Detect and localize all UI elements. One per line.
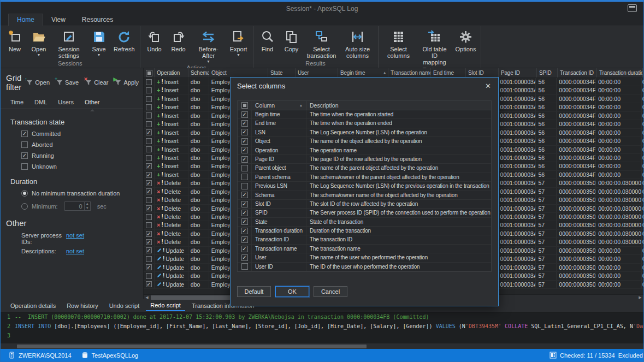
option-checkbox[interactable] (241, 218, 248, 225)
column-header-operation[interactable]: Operation (155, 68, 188, 78)
row-checkbox[interactable] (146, 222, 152, 228)
session-settings-button[interactable]: Session settings (51, 28, 87, 59)
filter-tab-time[interactable]: Time (5, 97, 29, 109)
column-header-page-id[interactable]: Page ID (499, 68, 537, 78)
row-select-cell[interactable] (144, 146, 155, 153)
option-checkbox[interactable] (241, 246, 248, 252)
minimum-seconds-stepper[interactable]: 0▲▼ (64, 201, 91, 211)
column-option-row[interactable]: SchemaThe schema/owner name of the objec… (238, 191, 491, 200)
column-header-end-time[interactable]: End time (431, 68, 466, 78)
option-checkbox-cell[interactable] (238, 137, 252, 145)
select-all-checkbox-cell[interactable] (238, 101, 252, 110)
ok-button[interactable]: OK (275, 286, 309, 297)
option-checkbox-cell[interactable] (238, 263, 252, 271)
default-button[interactable]: Default (237, 286, 271, 297)
descriptions-link[interactable]: not set (66, 248, 84, 254)
row-select-cell[interactable] (144, 179, 155, 187)
row-select-cell[interactable] (144, 272, 155, 280)
column-option-row[interactable]: LSNThe Log Sequence Number (LSN) of the … (238, 128, 491, 137)
new-button[interactable]: New (3, 28, 27, 52)
select-all-checkbox[interactable] (146, 70, 152, 76)
row-checkbox[interactable] (146, 256, 152, 262)
row-select-cell[interactable] (144, 86, 155, 94)
column-option-row[interactable]: End timeThe time when the operation ende… (238, 119, 491, 128)
filter-clear-button[interactable]: ✕Clear (85, 79, 108, 86)
column-header-schema[interactable]: Schema (188, 68, 209, 78)
column-option-row[interactable]: SPIDThe Server process ID (SPID) of the … (238, 209, 491, 217)
column-option-row[interactable]: User IDThe ID of the user who performed … (238, 263, 491, 271)
ribbon-display-options-icon[interactable] (628, 4, 637, 12)
option-checkbox-cell[interactable] (238, 173, 252, 181)
row-checkbox[interactable] (146, 205, 152, 211)
column-option-row[interactable]: Transaction durationDuration of the tran… (238, 227, 491, 235)
row-select-cell[interactable] (144, 162, 155, 170)
radio-icon[interactable] (21, 190, 28, 197)
row-checkbox[interactable] (146, 87, 152, 93)
column-header-transaction-name[interactable]: Transaction name (388, 68, 431, 78)
row-select-cell[interactable] (144, 188, 155, 195)
tab-operation-details[interactable]: Operation details (6, 301, 60, 311)
redo-button[interactable]: Redo (167, 28, 191, 52)
select-columns-button[interactable]: Select columns (381, 28, 417, 59)
option-checkbox-cell[interactable] (238, 191, 252, 199)
row-select-cell[interactable] (144, 112, 155, 120)
filter-tab-other[interactable]: Other (79, 97, 105, 109)
option-checkbox[interactable] (241, 147, 248, 153)
column-header-state[interactable]: State (268, 68, 296, 78)
refresh-button[interactable]: Refresh (111, 28, 138, 52)
row-select-cell[interactable] (144, 137, 155, 145)
row-select-cell[interactable] (144, 247, 155, 254)
filter-tab-users[interactable]: Users (52, 97, 79, 109)
row-checkbox[interactable] (146, 214, 152, 220)
old-table-id-mapping-button[interactable]: Old table ID mapping (417, 28, 453, 66)
tab-row-history[interactable]: Row history (62, 301, 102, 311)
chevron-down-icon[interactable]: ▼ (97, 53, 101, 57)
option-checkbox-cell[interactable] (238, 235, 252, 244)
checkbox-icon[interactable] (21, 130, 28, 137)
option-checkbox-cell[interactable] (238, 128, 252, 137)
row-checkbox[interactable] (146, 247, 152, 253)
option-checkbox[interactable] (241, 138, 248, 145)
column-option-row[interactable]: Parent schemaThe schema/owner of the par… (238, 173, 491, 182)
chevron-down-icon[interactable]: ▼ (237, 53, 240, 57)
database-status-item[interactable]: TestApexSQLLog (81, 352, 139, 359)
option-checkbox[interactable] (241, 156, 248, 163)
column-option-row[interactable]: UserThe name of the user who performed t… (238, 253, 491, 262)
committed-checkbox-row[interactable]: Committed (21, 130, 143, 137)
options-button[interactable]: Options (453, 28, 479, 52)
option-checkbox-cell[interactable] (238, 218, 252, 226)
row-select-cell[interactable] (144, 230, 155, 238)
column-header-spid[interactable]: SPID (537, 68, 558, 78)
editor-scrollbar-thumb[interactable] (17, 345, 367, 348)
row-checkbox[interactable] (146, 231, 152, 237)
tab-undo-script[interactable]: Undo script (105, 301, 144, 311)
server-status-item[interactable]: ZWERKA\SQL2014 (8, 352, 72, 359)
row-select-cell[interactable] (144, 255, 155, 263)
running-checkbox-row[interactable]: Running (21, 152, 143, 159)
cancel-button[interactable]: Cancel (314, 286, 347, 297)
column-header-transaction-id[interactable]: Transaction ID (558, 68, 597, 78)
select-transaction-button[interactable]: Select transaction (304, 28, 340, 59)
row-checkbox[interactable] (146, 281, 152, 287)
row-checkbox[interactable] (146, 79, 152, 85)
copy-button[interactable]: Copy (280, 28, 304, 52)
column-option-row[interactable]: ObjectThe name of the object affected by… (238, 137, 491, 146)
option-checkbox[interactable] (241, 120, 248, 127)
open-button[interactable]: Open▼ (27, 28, 51, 57)
row-select-cell[interactable] (144, 103, 155, 111)
select-all-cell[interactable] (144, 68, 155, 78)
row-checkbox[interactable] (146, 239, 152, 245)
column-header-object[interactable]: Object (209, 68, 268, 78)
option-checkbox[interactable] (241, 183, 248, 189)
row-checkbox[interactable] (146, 172, 152, 178)
row-select-cell[interactable] (144, 264, 155, 271)
row-checkbox[interactable] (146, 163, 152, 169)
row-select-cell[interactable] (144, 78, 155, 86)
filter-open-button[interactable]: ↑Open (26, 79, 50, 86)
row-checkbox[interactable] (146, 273, 152, 279)
auto-size-columns-button[interactable]: Auto size columns (340, 28, 376, 59)
row-select-cell[interactable] (144, 205, 155, 212)
column-header-begin-time[interactable]: Begin time▲ (338, 68, 388, 78)
option-checkbox[interactable] (241, 228, 248, 234)
row-select-cell[interactable] (144, 196, 155, 204)
